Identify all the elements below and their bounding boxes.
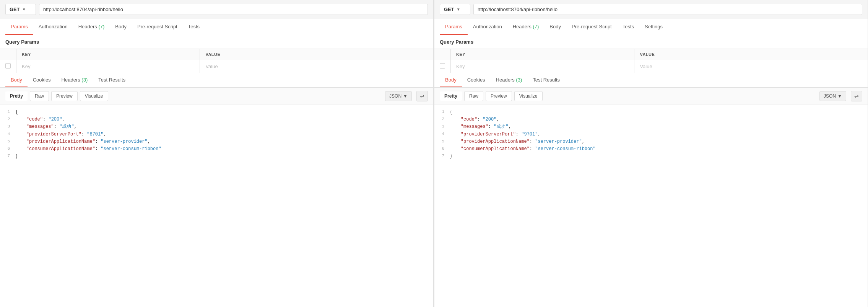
tab-tests-left[interactable]: Tests	[183, 19, 205, 35]
json-chevron-right: ▼	[837, 93, 842, 99]
url-bar-left: GET ▼	[0, 0, 433, 19]
tab-prerequest-left[interactable]: Pre-request Script	[132, 19, 183, 35]
query-params-title-right: Query Params	[434, 35, 868, 49]
code-line-4-left: 4 "providerServerPort": "8701",	[0, 131, 433, 138]
code-line-5-right: 5 "providerApplicationName": "server-pro…	[434, 138, 868, 145]
tab-settings-right[interactable]: Settings	[639, 19, 668, 35]
code-line-6-left: 6 "consumerApplicationName": "server-con…	[0, 145, 433, 153]
btn-pretty-right[interactable]: Pretty	[440, 91, 462, 101]
code-line-7-right: 7 }	[434, 153, 868, 160]
code-line-5-left: 5 "providerApplicationName": "server-pro…	[0, 138, 433, 145]
tab-prerequest-right[interactable]: Pre-request Script	[566, 19, 617, 35]
code-line-2-right: 2 "code": "200",	[434, 116, 868, 123]
col-checkbox-left	[0, 49, 16, 60]
resp-tab-cookies-right[interactable]: Cookies	[462, 73, 491, 87]
method-label-left: GET	[10, 7, 20, 12]
tab-body-left[interactable]: Body	[110, 19, 132, 35]
tab-authorization-right[interactable]: Authorization	[468, 19, 507, 35]
row-checkbox-left[interactable]	[5, 63, 11, 69]
resp-tab-testresults-right[interactable]: Test Results	[527, 73, 565, 87]
method-label-right: GET	[444, 7, 454, 12]
value-cell-right[interactable]: Value	[634, 60, 868, 73]
wrap-btn-right[interactable]: ⇌	[851, 91, 862, 101]
query-params-title-left: Query Params	[0, 35, 433, 49]
btn-preview-right[interactable]: Preview	[486, 91, 512, 101]
tab-headers-right[interactable]: Headers (7)	[507, 19, 545, 35]
params-row-right: Key Value	[434, 60, 868, 73]
tab-params-left[interactable]: Params	[5, 19, 33, 35]
url-input-left[interactable]	[39, 4, 428, 15]
params-table-left: KEY VALUE Key Value	[0, 49, 433, 73]
key-cell-right[interactable]: Key	[451, 60, 634, 73]
key-cell-left[interactable]: Key	[16, 60, 200, 73]
resp-tab-body-left[interactable]: Body	[5, 73, 28, 87]
code-line-3-left: 3 "messages": "成功",	[0, 123, 433, 131]
tab-authorization-left[interactable]: Authorization	[33, 19, 73, 35]
code-line-7-left: 7 }	[0, 153, 433, 160]
resp-tab-testresults-left[interactable]: Test Results	[93, 73, 131, 87]
method-select-left[interactable]: GET ▼	[5, 4, 36, 15]
resp-tab-body-right[interactable]: Body	[440, 73, 462, 87]
btn-visualize-right[interactable]: Visualize	[514, 91, 543, 101]
json-select-left[interactable]: JSON ▼	[385, 91, 412, 101]
url-input-right[interactable]	[473, 4, 862, 15]
col-checkbox-right	[434, 49, 451, 60]
json-chevron-left: ▼	[403, 93, 408, 99]
btn-raw-right[interactable]: Raw	[464, 91, 483, 101]
row-checkbox-right[interactable]	[440, 63, 445, 69]
col-value-right: VALUE	[634, 49, 868, 60]
json-label-right: JSON	[824, 93, 836, 99]
code-line-3-right: 3 "messages": "成功",	[434, 123, 868, 131]
response-tabs-left: Body Cookies Headers (3) Test Results	[0, 73, 433, 88]
code-area-left: 1 { 2 "code": "200", 3 "messages": "成功",…	[0, 105, 433, 307]
wrap-btn-left[interactable]: ⇌	[416, 91, 428, 101]
json-label-left: JSON	[389, 93, 401, 99]
code-line-1-left: 1 {	[0, 109, 433, 116]
code-line-4-right: 4 "providerServerPort": "9701",	[434, 131, 868, 138]
request-tabs-right: Params Authorization Headers (7) Body Pr…	[434, 19, 868, 35]
response-toolbar-right: Pretty Raw Preview Visualize JSON ▼ ⇌	[434, 88, 868, 105]
resp-tab-headers-right[interactable]: Headers (3)	[491, 73, 528, 87]
code-line-6-right: 6 "consumerApplicationName": "server-con…	[434, 145, 868, 153]
tab-tests-right[interactable]: Tests	[617, 19, 639, 35]
url-bar-right: GET ▼	[434, 0, 868, 19]
tab-body-right[interactable]: Body	[544, 19, 566, 35]
params-row-left: Key Value	[0, 60, 433, 73]
json-select-right[interactable]: JSON ▼	[819, 91, 846, 101]
code-area-right: 1 { 2 "code": "200", 3 "messages": "成功",…	[434, 105, 868, 307]
value-cell-left[interactable]: Value	[200, 60, 433, 73]
chevron-icon-left: ▼	[22, 7, 26, 11]
chevron-icon-right: ▼	[457, 7, 460, 11]
right-panel: GET ▼ Params Authorization Headers (7) B…	[434, 0, 868, 307]
resp-tab-cookies-left[interactable]: Cookies	[28, 73, 56, 87]
left-panel: GET ▼ Params Authorization Headers (7) B…	[0, 0, 434, 307]
code-line-2-left: 2 "code": "200",	[0, 116, 433, 123]
col-value-left: VALUE	[200, 49, 433, 60]
btn-pretty-left[interactable]: Pretty	[5, 91, 28, 101]
response-toolbar-left: Pretty Raw Preview Visualize JSON ▼ ⇌	[0, 88, 433, 105]
code-line-1-right: 1 {	[434, 109, 868, 116]
response-tabs-right: Body Cookies Headers (3) Test Results	[434, 73, 868, 88]
request-tabs-left: Params Authorization Headers (7) Body Pr…	[0, 19, 433, 35]
btn-visualize-left[interactable]: Visualize	[80, 91, 108, 101]
col-key-right: KEY	[451, 49, 634, 60]
method-select-right[interactable]: GET ▼	[440, 4, 470, 15]
btn-raw-left[interactable]: Raw	[30, 91, 49, 101]
tab-params-right[interactable]: Params	[440, 19, 468, 35]
col-key-left: KEY	[16, 49, 200, 60]
params-table-right: KEY VALUE Key Value	[434, 49, 868, 73]
btn-preview-left[interactable]: Preview	[51, 91, 78, 101]
resp-tab-headers-left[interactable]: Headers (3)	[56, 73, 93, 87]
tab-headers-left[interactable]: Headers (7)	[73, 19, 110, 35]
